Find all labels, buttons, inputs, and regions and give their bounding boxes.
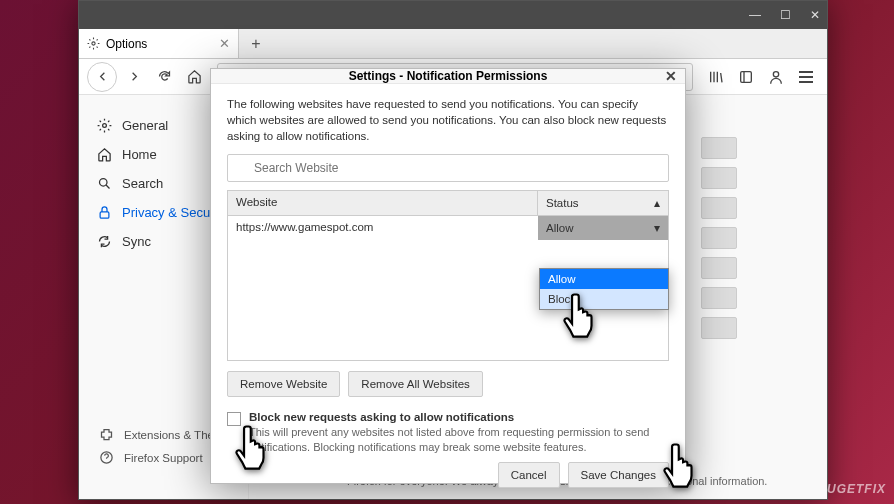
svg-point-0 [92, 42, 95, 45]
dialog-description: The following websites have requested to… [227, 96, 669, 144]
window-minimize-button[interactable]: — [747, 7, 763, 23]
status-dropdown-menu: Allow Block [539, 268, 669, 310]
column-header-status-label: Status [546, 197, 579, 209]
svg-point-5 [103, 124, 107, 128]
lock-icon [97, 205, 112, 220]
cancel-button[interactable]: Cancel [498, 462, 560, 488]
table-row[interactable]: https://www.gamespot.com Allow ▾ [228, 216, 668, 240]
background-settings-buttons [701, 137, 737, 347]
reload-button[interactable] [151, 64, 177, 90]
menu-button[interactable] [793, 64, 819, 90]
search-website-input[interactable] [227, 154, 669, 182]
sidebar-button[interactable] [733, 64, 759, 90]
question-icon [99, 450, 114, 465]
back-button[interactable] [87, 62, 117, 92]
dialog-header: Settings - Notification Permissions ✕ [211, 69, 685, 84]
sync-icon [97, 234, 112, 249]
account-button[interactable] [763, 64, 789, 90]
tab-bar: Options ✕ + [79, 29, 827, 59]
status-dropdown[interactable]: Allow ▾ [538, 216, 668, 240]
forward-button[interactable] [121, 64, 147, 90]
column-header-website[interactable]: Website [228, 191, 538, 215]
remove-website-button[interactable]: Remove Website [227, 371, 340, 397]
sidebar-item-label: Search [122, 176, 163, 191]
notification-permissions-dialog: Settings - Notification Permissions ✕ Th… [210, 68, 686, 484]
svg-rect-2 [741, 71, 752, 82]
block-new-requests-checkbox[interactable] [227, 412, 241, 426]
watermark: UGETFIX [827, 482, 886, 496]
search-icon [97, 176, 112, 191]
chevron-down-icon: ▾ [654, 221, 660, 235]
window-close-button[interactable]: ✕ [807, 7, 823, 23]
dialog-close-button[interactable]: ✕ [665, 68, 677, 84]
home-button[interactable] [181, 64, 207, 90]
gear-icon [87, 37, 100, 50]
window-maximize-button[interactable]: ☐ [777, 7, 793, 23]
sidebar-item-label: Sync [122, 234, 151, 249]
sort-arrow-icon: ▴ [654, 196, 660, 210]
svg-line-7 [106, 185, 109, 188]
new-tab-button[interactable]: + [243, 33, 269, 55]
window-titlebar: — ☐ ✕ [79, 1, 827, 29]
library-button[interactable] [703, 64, 729, 90]
sidebar-item-label: General [122, 118, 168, 133]
dialog-title: Settings - Notification Permissions [349, 69, 548, 83]
svg-point-6 [100, 179, 108, 187]
dropdown-option-allow[interactable]: Allow [540, 269, 668, 289]
svg-rect-8 [100, 212, 109, 218]
block-checkbox-description: This will prevent any websites not liste… [249, 425, 669, 454]
dropdown-option-block[interactable]: Block [540, 289, 668, 309]
tab-options[interactable]: Options ✕ [79, 29, 239, 58]
block-checkbox-label: Block new requests asking to allow notif… [249, 411, 669, 423]
puzzle-icon [99, 427, 114, 442]
sidebar-item-label: Home [122, 147, 157, 162]
tab-title: Options [106, 37, 147, 51]
column-header-status[interactable]: Status ▴ [538, 191, 668, 215]
website-cell: https://www.gamespot.com [228, 216, 538, 240]
status-selected-value: Allow [546, 222, 573, 234]
remove-all-websites-button[interactable]: Remove All Websites [348, 371, 482, 397]
tab-close-icon[interactable]: ✕ [219, 36, 230, 51]
home-icon [97, 147, 112, 162]
gear-icon [97, 118, 112, 133]
sidebar-item-label: Firefox Support [124, 452, 203, 464]
svg-point-4 [773, 71, 778, 76]
save-changes-button[interactable]: Save Changes [568, 462, 669, 488]
